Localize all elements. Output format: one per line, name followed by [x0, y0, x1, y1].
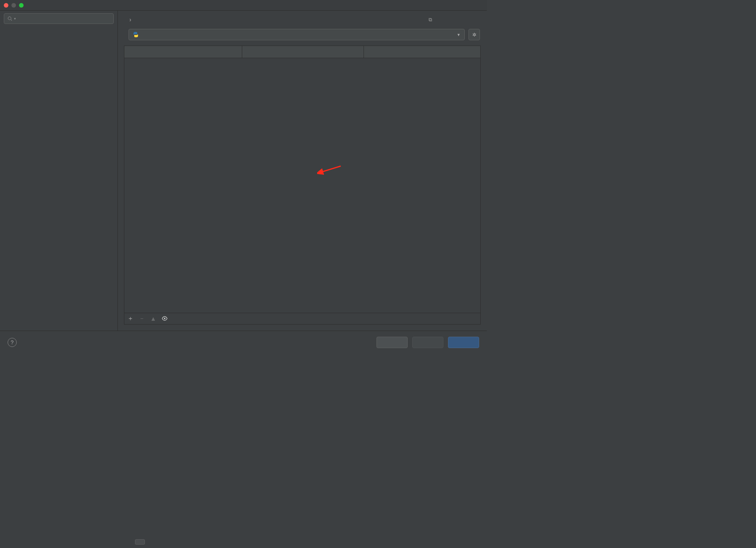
python-icon [133, 32, 139, 38]
zoom-window[interactable] [19, 3, 24, 8]
ok-button[interactable] [448, 337, 479, 348]
interpreter-select[interactable]: ▼ [129, 29, 465, 40]
table-toolbar: ＋ － ▲ [124, 313, 480, 324]
minimize-window[interactable] [11, 3, 16, 8]
table-header [124, 46, 480, 58]
copy-icon: ⧉ [429, 17, 432, 23]
svg-line-1 [11, 20, 12, 21]
table-body [124, 58, 480, 313]
add-package-button[interactable]: ＋ [127, 315, 133, 323]
col-version[interactable] [242, 46, 364, 58]
svg-point-0 [8, 17, 11, 20]
gear-icon: ✲ [472, 32, 476, 38]
upgrade-package-button[interactable]: ▲ [150, 315, 156, 322]
for-current-project-label: ⧉ [429, 17, 434, 23]
remove-package-button[interactable]: － [139, 315, 145, 323]
col-latest[interactable] [364, 46, 480, 58]
cancel-button[interactable] [376, 337, 408, 348]
interpreter-settings-button[interactable]: ✲ [469, 29, 480, 40]
svg-point-2 [164, 318, 165, 319]
col-package[interactable] [124, 46, 242, 58]
settings-tree [0, 27, 118, 331]
chevron-down-icon: ▾ [14, 17, 16, 21]
chevron-down-icon: ▼ [457, 33, 461, 37]
packages-table: ＋ － ▲ [124, 46, 481, 325]
main-panel: › ⧉ ▼ ✲ [118, 11, 487, 331]
window-controls [4, 3, 24, 8]
dialog-footer: ? [0, 331, 487, 353]
help-button[interactable]: ? [8, 338, 17, 347]
titlebar [0, 0, 487, 11]
chevron-right-icon: › [129, 16, 131, 23]
search-icon [7, 16, 13, 21]
close-window[interactable] [4, 3, 8, 8]
breadcrumb: › [125, 16, 136, 23]
apply-button[interactable] [412, 337, 443, 348]
show-early-releases-button[interactable] [162, 315, 168, 322]
sidebar: ▾ [0, 11, 118, 331]
search-input[interactable]: ▾ [4, 13, 114, 24]
eye-icon [162, 316, 168, 321]
